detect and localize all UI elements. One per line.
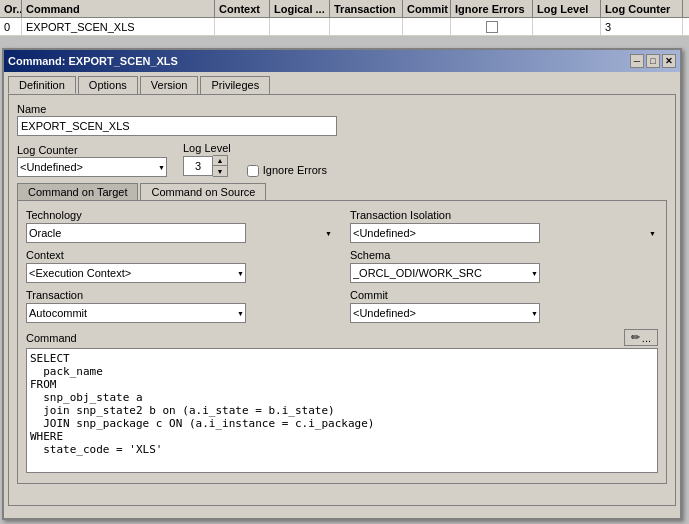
ignore-errors-checkbox[interactable] xyxy=(247,165,259,177)
tech-isolation-row: Technology Oracle Transaction Isolation … xyxy=(26,209,658,243)
command-textarea[interactable]: SELECT pack_name FROM snp_obj_state a jo… xyxy=(26,348,658,473)
command-label: Command xyxy=(26,332,77,344)
col-header-command: Command xyxy=(22,0,215,17)
transaction-commit-row: Transaction Autocommit Commit <Undefined… xyxy=(26,289,658,323)
col-header-log-level: Log Level xyxy=(533,0,601,17)
transaction-isolation-group: Transaction Isolation <Undefined> xyxy=(350,209,658,243)
col-header-transaction: Transaction xyxy=(330,0,403,17)
cell-context xyxy=(215,18,270,35)
ignore-errors-label: Ignore Errors xyxy=(263,164,327,176)
subtab-content: Technology Oracle Transaction Isolation … xyxy=(17,200,667,484)
spinner-up[interactable]: ▲ xyxy=(213,156,227,166)
technology-label: Technology xyxy=(26,209,334,221)
context-select[interactable]: <Execution Context> xyxy=(26,263,246,283)
window-controls: ─ □ ✕ xyxy=(630,54,676,68)
column-headers: Or... Command Context Logical ... Transa… xyxy=(0,0,689,18)
cell-command: EXPORT_SCEN_XLS xyxy=(22,18,215,35)
technology-select[interactable]: Oracle xyxy=(26,223,246,243)
col-header-ignore-errors: Ignore Errors xyxy=(451,0,533,17)
tab-version[interactable]: Version xyxy=(140,76,199,94)
name-input[interactable] xyxy=(17,116,337,136)
spinner-buttons: ▲ ▼ xyxy=(213,155,228,177)
log-counter-label: Log Counter xyxy=(17,144,167,156)
commit-group: Commit <Undefined> xyxy=(350,289,658,323)
pencil-icon: ✏ xyxy=(631,331,640,344)
cell-log-level xyxy=(533,18,601,35)
transaction-group: Transaction Autocommit xyxy=(26,289,334,323)
col-header-log-counter: Log Counter xyxy=(601,0,683,17)
subtab-command-on-target[interactable]: Command on Target xyxy=(17,183,138,200)
cell-commit xyxy=(403,18,451,35)
minimize-button[interactable]: ─ xyxy=(630,54,644,68)
cell-logical xyxy=(270,18,330,35)
log-level-input[interactable] xyxy=(183,156,213,176)
cell-log-counter: 3 xyxy=(601,18,683,35)
tab-definition[interactable]: Definition xyxy=(8,76,76,94)
commit-label: Commit xyxy=(350,289,658,301)
log-counter-select[interactable]: <Undefined> xyxy=(17,157,167,177)
context-label: Context xyxy=(26,249,334,261)
window-content: Definition Options Version Privileges Na… xyxy=(4,72,680,518)
schema-group: Schema _ORCL_ODI/WORK_SRC xyxy=(350,249,658,283)
table-row[interactable]: 0 EXPORT_SCEN_XLS 3 xyxy=(0,18,689,36)
window-title: Command: EXPORT_SCEN_XLS xyxy=(8,55,178,67)
ignore-errors-checkbox-cell[interactable] xyxy=(486,21,498,33)
name-label: Name xyxy=(17,103,667,115)
log-level-spinner: ▲ ▼ xyxy=(183,155,231,177)
main-tabs: Definition Options Version Privileges xyxy=(8,76,676,94)
commit-select[interactable]: <Undefined> xyxy=(350,303,540,323)
command-window: Command: EXPORT_SCEN_XLS ─ □ ✕ Definitio… xyxy=(2,48,682,520)
command-header: Command ✏ ... xyxy=(26,329,658,346)
name-group: Name xyxy=(17,103,667,136)
subtab-command-on-source[interactable]: Command on Source xyxy=(140,183,266,200)
cell-or: 0 xyxy=(0,18,22,35)
transaction-select[interactable]: Autocommit xyxy=(26,303,246,323)
window-title-bar: Command: EXPORT_SCEN_XLS ─ □ ✕ xyxy=(4,50,680,72)
tab-content-definition: Name Log Counter <Undefined> Log Level xyxy=(8,94,676,506)
schema-label: Schema xyxy=(350,249,658,261)
schema-select[interactable]: _ORCL_ODI/WORK_SRC xyxy=(350,263,540,283)
cell-transaction xyxy=(330,18,403,35)
tab-options[interactable]: Options xyxy=(78,76,138,94)
col-header-context: Context xyxy=(215,0,270,17)
transaction-label: Transaction xyxy=(26,289,334,301)
cell-ignore-errors xyxy=(451,18,533,35)
transaction-isolation-label: Transaction Isolation xyxy=(350,209,658,221)
command-subtabs: Command on Target Command on Source xyxy=(17,183,667,200)
transaction-isolation-select[interactable]: <Undefined> xyxy=(350,223,540,243)
col-header-commit: Commit xyxy=(403,0,451,17)
col-header-or: Or... xyxy=(0,0,22,17)
context-group: Context <Execution Context> xyxy=(26,249,334,283)
close-button[interactable]: ✕ xyxy=(662,54,676,68)
log-row: Log Counter <Undefined> Log Level ▲ ▼ xyxy=(17,142,667,177)
col-header-logical: Logical ... xyxy=(270,0,330,17)
log-counter-group: Log Counter <Undefined> xyxy=(17,144,167,177)
edit-dots: ... xyxy=(642,332,651,344)
tab-privileges[interactable]: Privileges xyxy=(200,76,270,94)
command-edit-button[interactable]: ✏ ... xyxy=(624,329,658,346)
maximize-button[interactable]: □ xyxy=(646,54,660,68)
ignore-errors-group: Ignore Errors xyxy=(247,160,327,177)
log-level-label: Log Level xyxy=(183,142,231,154)
spinner-down[interactable]: ▼ xyxy=(213,166,227,176)
command-section: Command ✏ ... SELECT pack_name FROM snp_… xyxy=(26,329,658,475)
log-level-group: Log Level ▲ ▼ xyxy=(183,142,231,177)
technology-group: Technology Oracle xyxy=(26,209,334,243)
context-schema-row: Context <Execution Context> Schema _ORCL… xyxy=(26,249,658,283)
